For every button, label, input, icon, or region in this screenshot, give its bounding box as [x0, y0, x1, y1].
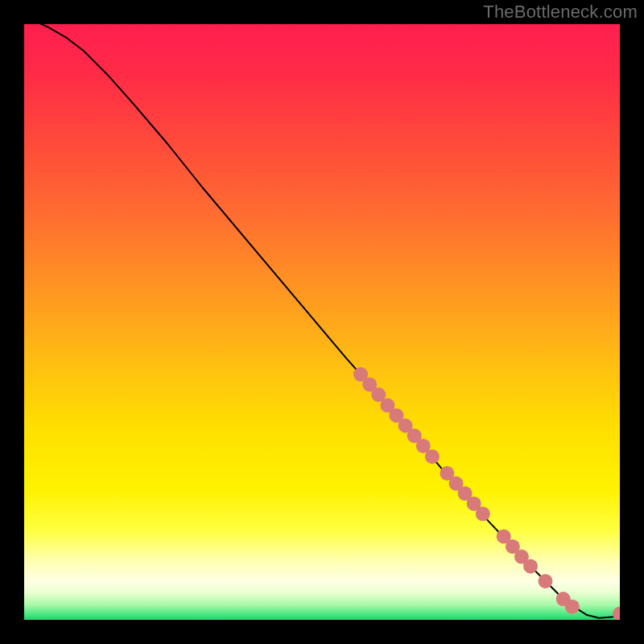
chart-svg	[24, 24, 620, 620]
plot-area	[24, 24, 620, 620]
chart-stage: TheBottleneck.com	[0, 0, 644, 644]
data-point	[425, 449, 440, 464]
data-point	[539, 574, 553, 588]
data-point	[476, 506, 490, 521]
gradient-background	[24, 24, 620, 620]
data-point	[565, 600, 580, 614]
data-point	[523, 559, 538, 573]
watermark-text: TheBottleneck.com	[483, 2, 638, 23]
